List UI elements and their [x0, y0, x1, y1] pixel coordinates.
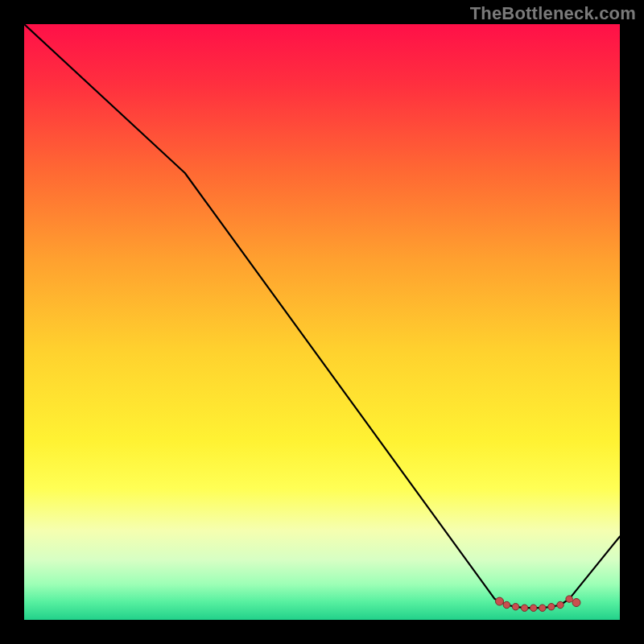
svg-point-7	[539, 605, 546, 611]
chart-frame: TheBottleneck.com	[0, 0, 644, 644]
svg-point-3	[503, 601, 510, 608]
svg-point-9	[557, 601, 564, 608]
svg-point-2	[496, 597, 504, 605]
chart-plot-area	[24, 24, 620, 620]
svg-rect-0	[24, 24, 620, 620]
svg-point-8	[548, 604, 555, 610]
svg-point-5	[521, 605, 527, 611]
svg-point-12	[572, 599, 580, 607]
svg-point-6	[530, 605, 537, 611]
watermark-text: TheBottleneck.com	[470, 3, 636, 24]
chart-svg	[24, 24, 620, 620]
svg-point-4	[512, 604, 518, 610]
